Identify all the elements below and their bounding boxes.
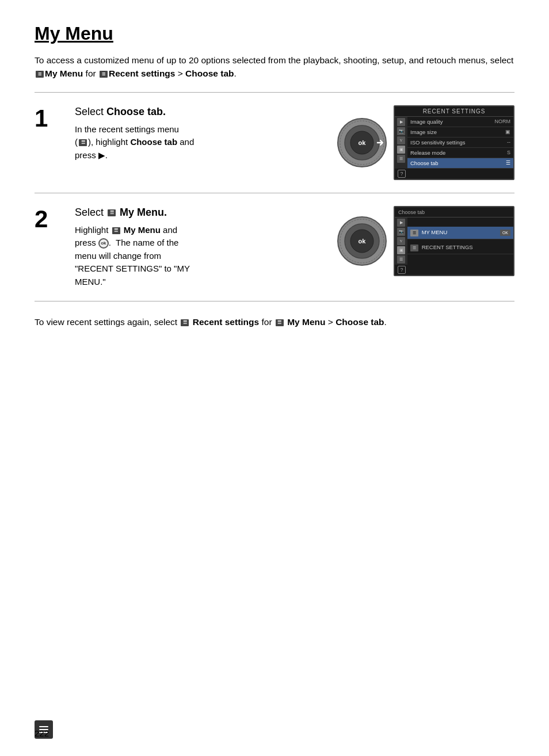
step-1-content: Select Choose tab. In the recent setting… [75,105,325,162]
outro-my-menu-bold: My Menu [287,317,325,327]
outro-end: > [326,317,336,327]
step-1: 1 Select Choose tab. In the recent setti… [35,93,514,193]
step-2-my-menu-bold: My Menu [124,225,161,235]
row-value-2: ▣ [505,129,510,135]
step-2-title-prefix: Select [75,207,106,218]
tab2-icon-5: ☰ [397,255,405,264]
intro-mid: for [83,68,98,78]
screen-row-2: Image size ▣ [407,127,513,138]
recent-settings-icon-outro: ☰ [181,319,189,326]
steps-container: 1 Select Choose tab. In the recent setti… [35,92,514,302]
tab-icon-1: ▶ [397,118,405,126]
step-1-title-bold: Choose tab. [106,106,166,117]
page-number: 222 [35,728,49,738]
screen2-row-1: ☰ MY MENU OK [407,227,513,239]
my-menu-icon-step2: ☰ [108,209,116,216]
step-2: 2 Select ☰ My Menu. Highlight ☰ My Menu … [35,193,514,302]
row-label-4: Release mode [410,150,445,156]
page-title: My Menu [35,23,514,44]
ok-button-symbol: ok [98,238,109,249]
camera-dial-2: ok [336,215,388,267]
intro-recent-settings-bold: Recent settings [109,68,175,78]
intro-final: . [234,68,237,78]
screen-2-header: Choose tab [395,207,513,217]
step-1-screen: RECENT SETTINGS ▶ 📷 Y ▣ ☰ Image quality … [394,105,514,180]
my-menu-icon-intro: ☰ [36,71,44,78]
row-value-5: ☰ [506,160,510,166]
intro-choose-tab-bold: Choose tab [185,68,234,78]
screen-row-4: Release mode S [407,148,513,158]
svg-text:ok: ok [359,139,367,146]
row-value-3: -- [507,139,510,145]
screen-2-rows: ☰ MY MENU OK ☰ RECENT SETTINGS [407,217,513,265]
intro-paragraph: To access a customized menu of up to 20 … [35,54,514,81]
step-2-title-bold: My Menu. [117,207,167,218]
help-icon-1: ? [398,170,406,178]
step-2-desc: Highlight ☰ My Menu and press ok. The na… [75,224,325,289]
screen2-row-2: ☰ RECENT SETTINGS [407,242,513,254]
step-1-choose-tab-bold: Choose tab [130,137,177,147]
outro-choose-tab-bold: Choose tab [336,317,384,327]
screen2-ok-1: OK [500,230,510,236]
screen-2-footer: ? [395,265,513,275]
my-menu-icon-outro: ☰ [276,319,284,326]
screen-1-icons: ▶ 📷 Y ▣ ☰ [395,117,407,169]
page-number-container: 222 [35,700,49,739]
tab-icon-2: 📷 [397,127,405,135]
screen-2-body: ▶ 📷 Y ▣ ☰ ☰ MY MENU OK [395,217,513,265]
tab2-icon-2: 📷 [397,228,405,236]
step-2-visuals: ok Choose tab ▶ 📷 Y ▣ ☰ [336,206,514,276]
tab2-icon-3: Y [397,237,405,245]
tab2-icon-4: ▣ [397,246,405,254]
outro-recent-settings-bold: Recent settings [193,317,259,327]
step-2-number: 2 [35,206,63,231]
outro-mid: for [259,317,274,327]
help-icon-2: ? [398,266,406,274]
tab-icon-5: ☰ [397,155,405,163]
step-1-title-prefix: Select [75,106,106,117]
screen-row-3: ISO sensitivity settings -- [407,138,513,148]
row-value-4: S [507,150,510,155]
row-label-5: Choose tab [410,160,439,166]
row-label-2: Image size [410,129,437,135]
screen-1-header: RECENT SETTINGS [395,106,513,117]
step-2-screen: Choose tab ▶ 📷 Y ▣ ☰ ☰ [394,206,514,276]
screen-row-5: Choose tab ☰ [407,158,513,169]
step-1-title: Select Choose tab. [75,105,325,119]
screen-1-body: ▶ 📷 Y ▣ ☰ Image quality NORM Image size [395,117,513,169]
intro-my-menu-bold: My Menu [45,68,83,78]
screen-1-rows: Image quality NORM Image size ▣ ISO sens… [407,117,513,169]
screen2-label-2: ☰ RECENT SETTINGS [410,244,473,251]
outro-prefix: To view recent settings again, select [35,317,180,327]
row-label-3: ISO sensitivity settings [410,139,466,146]
tab-icon-4: ▣ [397,146,405,154]
screen-row-1: Image quality NORM [407,117,513,127]
recent-settings-icon-intro: ☰ [100,71,108,78]
step-1-number: 1 [35,105,63,131]
step-1-desc: In the recent settings menu (☰), highlig… [75,123,325,162]
outro-final: . [384,317,387,327]
row-value-1: NORM [495,119,511,124]
intro-text-prefix: To access a customized menu of up to 20 … [35,55,513,65]
step-1-visuals: ok RECENT SETTINGS ▶ 📷 Y ▣ ☰ [336,105,514,180]
camera-dial-1: ok [336,117,388,169]
my-menu-icon-desc: ☰ [112,227,120,234]
screen-1-footer: ? [395,169,513,179]
svg-text:ok: ok [359,238,367,245]
tab2-icon-1: ▶ [397,219,405,227]
row-label-1: Image quality [410,119,443,125]
tab-icon-3: Y [397,136,405,144]
step-2-title: Select ☰ My Menu. [75,206,325,219]
recent-settings-menu-icon: ☰ [79,139,87,146]
screen2-label-1: ☰ MY MENU [410,229,447,236]
outro-paragraph: To view recent settings again, select ☰ … [35,315,514,329]
intro-end: > [175,68,185,78]
step-2-content: Select ☰ My Menu. Highlight ☰ My Menu an… [75,206,325,289]
screen-2-icons: ▶ 📷 Y ▣ ☰ [395,217,407,265]
